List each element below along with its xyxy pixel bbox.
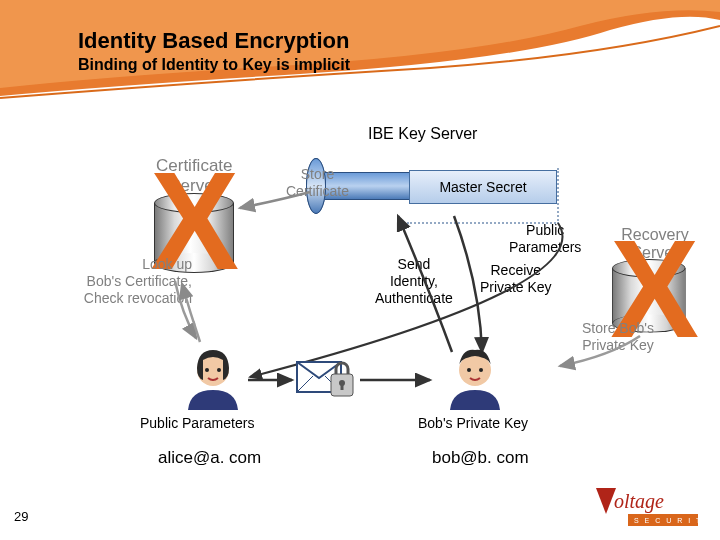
text: Send <box>398 256 431 272</box>
svg-point-4 <box>467 368 471 372</box>
store-bob-key-label: Store Bob's Private Key <box>582 320 654 354</box>
text: Look up <box>142 256 192 272</box>
text: Receive <box>491 262 542 278</box>
text: Public <box>526 222 564 238</box>
ibe-key-server-label: IBE Key Server <box>368 125 477 143</box>
svg-point-1 <box>205 368 209 372</box>
alice-email: alice@a. com <box>158 448 261 468</box>
text: Master Secret <box>439 179 526 195</box>
svg-text:oltage: oltage <box>614 490 664 513</box>
text: Store Bob's <box>582 320 654 336</box>
voltage-logo: oltage S E C U R I T Y <box>590 484 700 530</box>
lookup-certificate-label: Look up Bob's Certificate, Check revocat… <box>72 256 192 306</box>
public-parameters-label-top: Public Parameters <box>509 222 581 256</box>
text: Parameters <box>509 239 581 255</box>
public-parameters-label-bottom: Public Parameters <box>140 415 254 431</box>
bobs-private-key-label: Bob's Private Key <box>418 415 528 431</box>
send-identity-label: Send Identity, Authenticate <box>375 256 453 306</box>
text: Identity, <box>390 273 438 289</box>
text: Private Key <box>582 337 654 353</box>
page-subtitle: Binding of Identity to Key is implicit <box>78 56 350 74</box>
page-title: Identity Based Encryption <box>78 28 349 54</box>
svg-rect-9 <box>341 383 344 390</box>
receive-key-label: Receive Private Key <box>480 262 552 296</box>
text: Private Key <box>480 279 552 295</box>
text: Store <box>301 166 334 182</box>
page-number: 29 <box>14 509 28 524</box>
svg-text:S E C U R I T Y: S E C U R I T Y <box>634 517 700 524</box>
store-certificate-label: Store Certificate <box>286 166 349 200</box>
text: Certificate <box>286 183 349 199</box>
text: Check revocation <box>84 290 192 306</box>
bob-email: bob@b. com <box>432 448 529 468</box>
svg-point-5 <box>479 368 483 372</box>
master-secret-box: Master Secret <box>409 170 557 204</box>
svg-point-2 <box>217 368 221 372</box>
alice-icon <box>178 340 248 410</box>
text: Authenticate <box>375 290 453 306</box>
encrypted-message-icon <box>296 356 358 404</box>
bob-icon <box>440 340 510 410</box>
text: Bob's Certificate, <box>87 273 192 289</box>
